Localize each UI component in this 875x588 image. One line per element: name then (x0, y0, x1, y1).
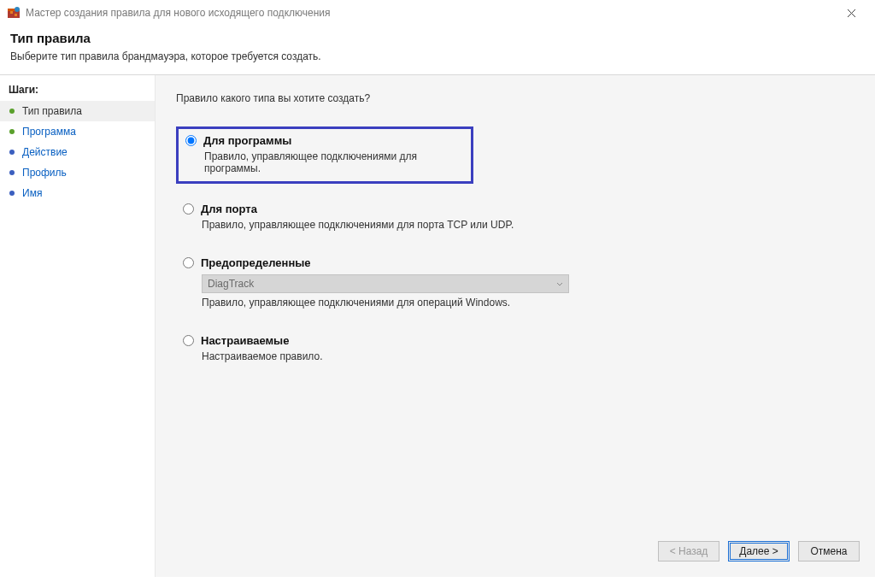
steps-sidebar: Шаги: Тип правила Программа Действие Про… (0, 75, 156, 577)
radio-custom[interactable] (183, 335, 194, 346)
svg-point-11 (9, 191, 15, 196)
svg-point-9 (9, 150, 15, 155)
next-button[interactable]: Далее > (728, 541, 790, 562)
predefined-select-value: DiagTrack (208, 278, 254, 290)
close-icon (847, 9, 856, 18)
chevron-down-icon (556, 278, 563, 290)
option-port: Для порта Правило, управляющее подключен… (176, 197, 854, 238)
option-predefined-label: Предопределенные (201, 256, 311, 269)
cancel-button[interactable]: Отмена (798, 541, 860, 562)
wizard-buttons: < Назад Далее > Отмена (658, 541, 860, 562)
bullet-icon (9, 128, 15, 135)
close-button[interactable] (834, 1, 868, 25)
radio-predefined[interactable] (183, 257, 194, 268)
step-profile[interactable]: Профиль (0, 162, 155, 183)
step-label: Действие (22, 146, 68, 158)
radio-program[interactable] (185, 135, 197, 146)
svg-point-7 (9, 109, 15, 114)
page-title: Тип правила (10, 31, 865, 45)
step-label: Программа (22, 126, 76, 138)
page-subtitle: Выберите тип правила брандмауэра, которо… (10, 50, 865, 62)
svg-point-8 (9, 129, 15, 134)
wizard-header: Тип правила Выберите тип правила брандма… (0, 26, 875, 74)
bullet-icon (9, 108, 15, 115)
bullet-icon (9, 149, 15, 156)
option-program-desc: Правило, управляющее подключениями для п… (204, 150, 464, 174)
svg-rect-3 (15, 14, 17, 16)
main-panel: Правило какого типа вы хотите создать? Д… (156, 75, 875, 577)
bullet-icon (9, 190, 15, 197)
question-text: Правило какого типа вы хотите создать? (176, 92, 854, 104)
firewall-icon (7, 6, 21, 20)
back-button[interactable]: < Назад (658, 541, 719, 562)
step-action[interactable]: Действие (0, 142, 155, 162)
radio-port[interactable] (183, 203, 194, 215)
option-custom-desc: Настраиваемое правило. (202, 350, 848, 362)
step-label: Имя (22, 187, 42, 199)
option-program-label: Для программы (203, 134, 291, 147)
option-predefined: Предопределенные DiagTrack Правило, упра… (176, 251, 854, 315)
titlebar: Мастер создания правила для нового исход… (0, 0, 875, 26)
option-custom-label: Настраиваемые (201, 334, 289, 347)
step-label: Тип правила (22, 105, 82, 117)
option-predefined-desc: Правило, управляющее подключениями для о… (202, 297, 848, 309)
window-title: Мастер создания правила для нового исход… (26, 7, 834, 19)
svg-rect-2 (10, 11, 13, 14)
bullet-icon (9, 169, 15, 176)
svg-point-4 (15, 7, 20, 12)
step-program[interactable]: Программа (0, 121, 155, 142)
svg-point-10 (9, 170, 15, 175)
option-custom: Настраиваемые Настраиваемое правило. (176, 329, 854, 369)
option-port-desc: Правило, управляющее подключениями для п… (202, 219, 848, 231)
predefined-select: DiagTrack (202, 274, 569, 293)
steps-heading: Шаги: (0, 80, 155, 101)
step-label: Профиль (22, 167, 67, 179)
step-name[interactable]: Имя (0, 183, 155, 203)
option-port-label: Для порта (201, 203, 257, 215)
step-rule-type[interactable]: Тип правила (0, 101, 155, 121)
option-program: Для программы Правило, управляющее подкл… (176, 126, 473, 184)
